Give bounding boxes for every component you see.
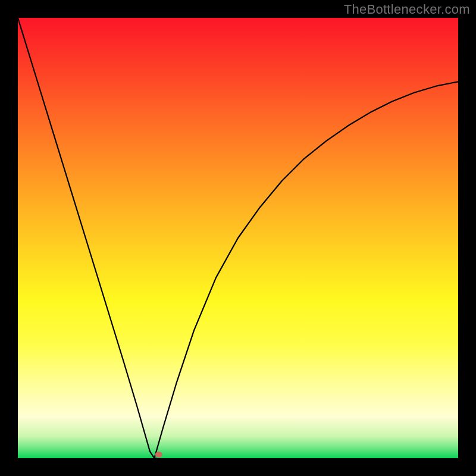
watermark-text: TheBottlenecker.com: [344, 2, 470, 17]
cusp-marker: [155, 452, 162, 458]
bottleneck-chart: [18, 18, 458, 458]
chart-frame: TheBottlenecker.com: [0, 0, 476, 476]
